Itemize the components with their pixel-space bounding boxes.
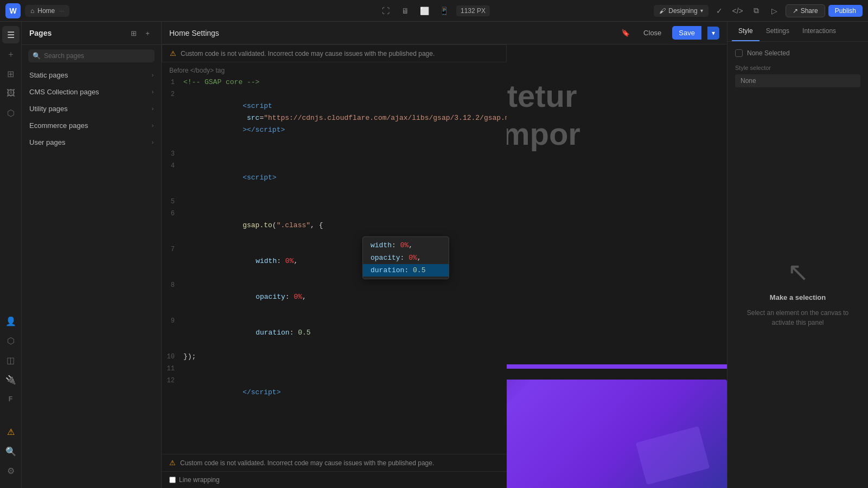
make-selection-title: Make a selection bbox=[770, 293, 826, 301]
add-icon[interactable]: ＋ bbox=[2, 46, 20, 63]
none-selected-label: None Selected bbox=[747, 49, 790, 57]
code-line-5: 5 bbox=[162, 196, 507, 208]
grid-icon[interactable]: ⊞ bbox=[2, 65, 20, 82]
bottom-warning-bar: ⚠ Custom code is not validated. Incorrec… bbox=[162, 454, 507, 471]
close-button[interactable]: Close bbox=[638, 27, 667, 39]
line-content-8: opacity: 0%, bbox=[181, 279, 507, 315]
line-wrap-check[interactable]: Line wrapping bbox=[169, 476, 220, 484]
ecommerce-pages-label: Ecommerce pages bbox=[29, 121, 152, 130]
save-dropdown-button[interactable]: ▾ bbox=[707, 27, 719, 40]
pages-panel: Pages ⊞ + 🔍 Static pages › CMS Collectio… bbox=[22, 22, 162, 488]
publish-button[interactable]: Publish bbox=[828, 5, 863, 17]
layers-icon[interactable]: ◫ bbox=[2, 351, 20, 369]
cms-pages-label: CMS Collection pages bbox=[29, 88, 152, 96]
ecommerce-pages-section[interactable]: Ecommerce pages › bbox=[22, 117, 161, 134]
play-icon[interactable]: ▷ bbox=[767, 3, 782, 18]
style-selector-value[interactable]: None bbox=[735, 74, 860, 87]
line-num-1: 1 bbox=[162, 76, 181, 88]
fit-icon[interactable]: ⛶ bbox=[378, 3, 393, 18]
tab-style[interactable]: Style bbox=[732, 22, 760, 41]
brush-icon: 🖌 bbox=[659, 7, 666, 15]
utility-pages-chevron: › bbox=[152, 106, 154, 112]
tab-settings[interactable]: Settings bbox=[760, 22, 796, 41]
code-line-12: 12 </script> bbox=[162, 375, 507, 410]
line-content-2: <script src="https://cdnjs.cloudflare.co… bbox=[181, 88, 507, 148]
tablet-icon[interactable]: ⬜ bbox=[417, 3, 432, 18]
line-num-8: 8 bbox=[162, 279, 181, 291]
code-line-3: 3 bbox=[162, 148, 507, 160]
line-content-10: }); bbox=[181, 351, 507, 363]
font-icon[interactable]: F bbox=[2, 390, 20, 408]
subheader-icons: 🔖 bbox=[618, 26, 633, 40]
line-wrap-checkbox[interactable] bbox=[169, 477, 176, 483]
pages-icon[interactable]: ☰ bbox=[2, 26, 20, 43]
main-layout: ☰ ＋ ⊞ 🖼 ⬡ 👤 ⬡ ◫ 🔌 F ⚠ 🔍 ⚙ Pages ⊞ + 🔍 bbox=[0, 22, 868, 488]
tab-interactions[interactable]: Interactions bbox=[796, 22, 843, 41]
designing-button[interactable]: 🖌 Designing ▾ bbox=[654, 5, 708, 17]
bottom-warning-text: Custom code is not validated. Incorrect … bbox=[180, 459, 434, 467]
mobile-icon[interactable]: 📱 bbox=[437, 3, 452, 18]
desktop-icon[interactable]: 🖥 bbox=[398, 3, 413, 18]
static-pages-chevron: › bbox=[152, 72, 154, 78]
tab-dots: ··· bbox=[59, 8, 64, 14]
code-editor[interactable]: 1 <!-- GSAP core --> 2 <script src="http… bbox=[162, 76, 507, 454]
line-num-6: 6 bbox=[162, 208, 181, 220]
search-icon[interactable]: 🔌 bbox=[2, 371, 20, 388]
code-line-10: 10 }); bbox=[162, 351, 507, 363]
user-icon[interactable]: 👤 bbox=[2, 312, 20, 330]
static-pages-section[interactable]: Static pages › bbox=[22, 67, 161, 84]
line-content-9: duration: 0.5 bbox=[181, 315, 507, 351]
new-folder-icon[interactable]: ⊞ bbox=[127, 27, 139, 39]
search-box[interactable]: 🔍 bbox=[28, 49, 155, 62]
autocomplete-item-1[interactable]: width: 0%, bbox=[363, 239, 449, 252]
top-warning-bar: ⚠ Custom code is not validated. Incorrec… bbox=[162, 44, 507, 62]
components-icon[interactable]: ⬡ bbox=[2, 332, 20, 349]
home-tab-label: Home bbox=[37, 7, 55, 15]
line-num-7: 7 bbox=[162, 243, 181, 255]
line-content-7: width: 0%, bbox=[181, 243, 507, 279]
topbar: W ⌂ Home ··· ⛶ 🖥 ⬜ 📱 1132 PX 🖌 Designing… bbox=[0, 0, 868, 22]
chevron-down-icon: ▾ bbox=[700, 8, 703, 14]
line-num-12: 12 bbox=[162, 375, 181, 387]
screen-icon[interactable]: ⧉ bbox=[749, 3, 764, 18]
bookmark-icon[interactable]: 🔖 bbox=[618, 26, 633, 40]
code-line-9: 9 duration: 0.5 bbox=[162, 315, 507, 351]
make-selection-area: ↖ Make a selection Select an element on … bbox=[735, 104, 860, 480]
content-subheader: Home Settings 🔖 Close Save ▾ bbox=[162, 22, 727, 44]
autocomplete-popup[interactable]: width: 0%, opacity: 0%, duration: 0.5 bbox=[362, 236, 449, 279]
cms-pages-section[interactable]: CMS Collection pages › bbox=[22, 84, 161, 100]
pages-header: Pages ⊞ + bbox=[22, 22, 161, 45]
code-section-label: Before </body> tag bbox=[162, 62, 507, 76]
assets-icon[interactable]: 🖼 bbox=[2, 85, 20, 102]
utility-pages-label: Utility pages bbox=[29, 105, 152, 113]
search-pages-input[interactable] bbox=[44, 52, 150, 60]
line-num-2: 2 bbox=[162, 88, 181, 100]
share-button[interactable]: ↗ Share bbox=[786, 4, 825, 17]
topbar-right: 🖌 Designing ▾ ✓ </> ⧉ ▷ ↗ Share Publish bbox=[654, 3, 863, 18]
line-num-10: 10 bbox=[162, 351, 181, 363]
zoom-icon[interactable]: 🔍 bbox=[2, 442, 20, 460]
home-icon: ⌂ bbox=[30, 7, 34, 15]
line-content-4: <script> bbox=[181, 160, 507, 196]
ecommerce-pages-chevron: › bbox=[152, 123, 154, 129]
footer-bar: Line wrapping bbox=[162, 471, 507, 488]
right-panel-tabs: Style Settings Interactions bbox=[727, 22, 868, 42]
save-button[interactable]: Save bbox=[672, 26, 701, 40]
autocomplete-item-2[interactable]: opacity: 0%, bbox=[363, 252, 449, 264]
autocomplete-item-3[interactable]: duration: 0.5 bbox=[363, 264, 449, 277]
none-selected-row: None Selected bbox=[735, 49, 790, 57]
user-pages-label: User pages bbox=[29, 138, 152, 146]
code-icon[interactable]: </> bbox=[730, 3, 745, 18]
home-tab[interactable]: ⌂ Home ··· bbox=[25, 5, 69, 17]
settings-icon[interactable]: ⚙ bbox=[2, 462, 20, 479]
subheader-title: Home Settings bbox=[169, 29, 613, 37]
nav-icon[interactable]: ⬡ bbox=[2, 104, 20, 121]
check-icon[interactable]: ✓ bbox=[712, 3, 727, 18]
user-pages-section[interactable]: User pages › bbox=[22, 134, 161, 151]
new-page-icon[interactable]: + bbox=[142, 27, 154, 39]
utility-pages-section[interactable]: Utility pages › bbox=[22, 100, 161, 117]
warning-icon[interactable]: ⚠ bbox=[2, 423, 20, 440]
pages-header-icons: ⊞ + bbox=[127, 27, 154, 39]
line-wrap-label: Line wrapping bbox=[179, 476, 220, 484]
code-line-1: 1 <!-- GSAP core --> bbox=[162, 76, 507, 88]
